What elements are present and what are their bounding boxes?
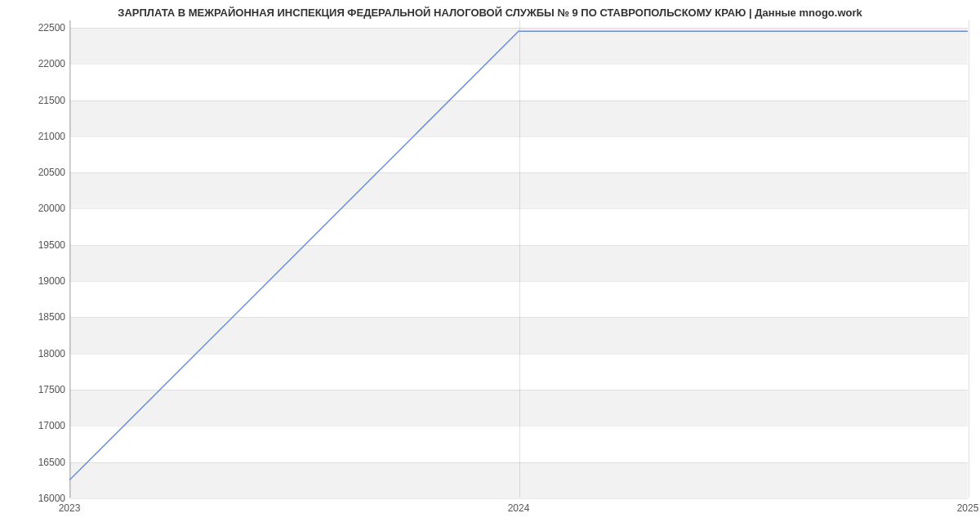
y-tick-label: 19000 xyxy=(16,275,65,287)
y-tick-label: 22500 xyxy=(16,22,65,33)
y-tick-label: 21000 xyxy=(16,131,65,142)
y-tick-label: 16500 xyxy=(16,457,65,468)
y-tick-label: 18000 xyxy=(16,348,65,359)
x-tick-label: 2025 xyxy=(957,502,979,514)
gridline-v xyxy=(969,20,969,498)
y-tick-label: 22000 xyxy=(16,58,65,69)
gridline-h xyxy=(70,498,968,499)
x-tick-label: 2023 xyxy=(59,502,81,514)
y-tick-label: 20500 xyxy=(16,167,65,178)
y-tick-label: 19500 xyxy=(16,239,65,251)
x-tick-label: 2024 xyxy=(508,502,530,514)
y-tick-label: 17000 xyxy=(16,420,65,431)
data-line xyxy=(69,20,968,498)
chart-title: ЗАРПЛАТА В МЕЖРАЙОННАЯ ИНСПЕКЦИЯ ФЕДЕРАЛ… xyxy=(0,7,980,19)
y-tick-label: 20000 xyxy=(16,203,65,214)
plot-area xyxy=(69,20,968,498)
y-tick-label: 21500 xyxy=(16,95,65,106)
y-tick-label: 17500 xyxy=(16,384,65,395)
y-tick-label: 18500 xyxy=(16,311,65,323)
